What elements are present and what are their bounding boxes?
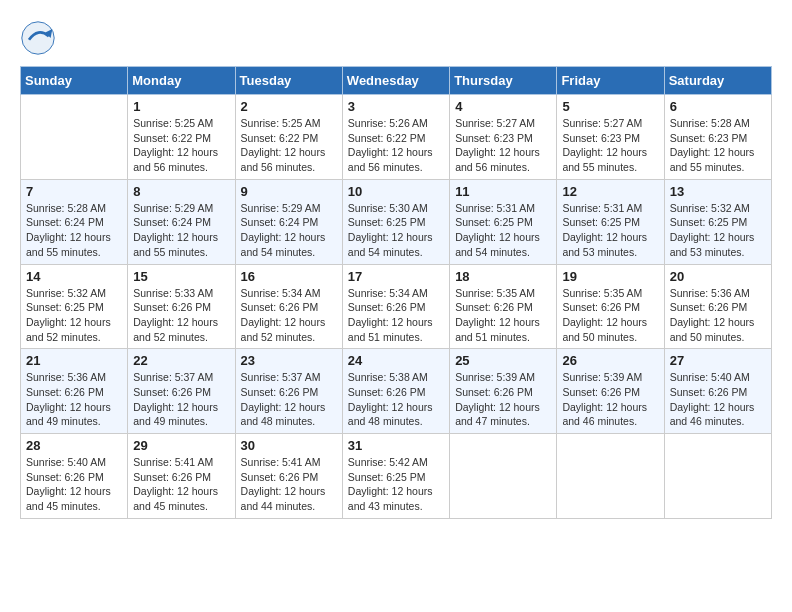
calendar-day-cell: 21Sunrise: 5:36 AM Sunset: 6:26 PM Dayli… — [21, 349, 128, 434]
page-header — [20, 20, 772, 56]
day-info: Sunrise: 5:33 AM Sunset: 6:26 PM Dayligh… — [133, 286, 229, 345]
day-info: Sunrise: 5:29 AM Sunset: 6:24 PM Dayligh… — [241, 201, 337, 260]
calendar-header-row: SundayMondayTuesdayWednesdayThursdayFrid… — [21, 67, 772, 95]
day-number: 12 — [562, 184, 658, 199]
day-info: Sunrise: 5:34 AM Sunset: 6:26 PM Dayligh… — [241, 286, 337, 345]
day-number: 4 — [455, 99, 551, 114]
day-number: 2 — [241, 99, 337, 114]
day-number: 29 — [133, 438, 229, 453]
day-number: 9 — [241, 184, 337, 199]
day-info: Sunrise: 5:36 AM Sunset: 6:26 PM Dayligh… — [670, 286, 766, 345]
day-number: 26 — [562, 353, 658, 368]
day-info: Sunrise: 5:28 AM Sunset: 6:23 PM Dayligh… — [670, 116, 766, 175]
calendar-day-cell: 3Sunrise: 5:26 AM Sunset: 6:22 PM Daylig… — [342, 95, 449, 180]
day-info: Sunrise: 5:36 AM Sunset: 6:26 PM Dayligh… — [26, 370, 122, 429]
day-number: 30 — [241, 438, 337, 453]
calendar-day-cell — [664, 434, 771, 519]
header-sunday: Sunday — [21, 67, 128, 95]
day-info: Sunrise: 5:25 AM Sunset: 6:22 PM Dayligh… — [241, 116, 337, 175]
calendar-day-cell: 2Sunrise: 5:25 AM Sunset: 6:22 PM Daylig… — [235, 95, 342, 180]
calendar-table: SundayMondayTuesdayWednesdayThursdayFrid… — [20, 66, 772, 519]
calendar-day-cell: 14Sunrise: 5:32 AM Sunset: 6:25 PM Dayli… — [21, 264, 128, 349]
day-info: Sunrise: 5:31 AM Sunset: 6:25 PM Dayligh… — [562, 201, 658, 260]
day-number: 21 — [26, 353, 122, 368]
logo-icon — [20, 20, 56, 56]
calendar-week-1: 1Sunrise: 5:25 AM Sunset: 6:22 PM Daylig… — [21, 95, 772, 180]
header-tuesday: Tuesday — [235, 67, 342, 95]
calendar-day-cell: 6Sunrise: 5:28 AM Sunset: 6:23 PM Daylig… — [664, 95, 771, 180]
calendar-day-cell: 5Sunrise: 5:27 AM Sunset: 6:23 PM Daylig… — [557, 95, 664, 180]
day-info: Sunrise: 5:40 AM Sunset: 6:26 PM Dayligh… — [670, 370, 766, 429]
day-info: Sunrise: 5:27 AM Sunset: 6:23 PM Dayligh… — [562, 116, 658, 175]
day-number: 16 — [241, 269, 337, 284]
calendar-day-cell: 29Sunrise: 5:41 AM Sunset: 6:26 PM Dayli… — [128, 434, 235, 519]
day-info: Sunrise: 5:41 AM Sunset: 6:26 PM Dayligh… — [133, 455, 229, 514]
calendar-day-cell: 13Sunrise: 5:32 AM Sunset: 6:25 PM Dayli… — [664, 179, 771, 264]
day-info: Sunrise: 5:39 AM Sunset: 6:26 PM Dayligh… — [562, 370, 658, 429]
day-number: 20 — [670, 269, 766, 284]
header-friday: Friday — [557, 67, 664, 95]
calendar-day-cell: 28Sunrise: 5:40 AM Sunset: 6:26 PM Dayli… — [21, 434, 128, 519]
day-number: 18 — [455, 269, 551, 284]
calendar-day-cell: 17Sunrise: 5:34 AM Sunset: 6:26 PM Dayli… — [342, 264, 449, 349]
calendar-day-cell: 11Sunrise: 5:31 AM Sunset: 6:25 PM Dayli… — [450, 179, 557, 264]
day-number: 19 — [562, 269, 658, 284]
day-info: Sunrise: 5:32 AM Sunset: 6:25 PM Dayligh… — [670, 201, 766, 260]
calendar-week-5: 28Sunrise: 5:40 AM Sunset: 6:26 PM Dayli… — [21, 434, 772, 519]
day-number: 7 — [26, 184, 122, 199]
day-number: 15 — [133, 269, 229, 284]
calendar-week-3: 14Sunrise: 5:32 AM Sunset: 6:25 PM Dayli… — [21, 264, 772, 349]
calendar-day-cell — [21, 95, 128, 180]
day-info: Sunrise: 5:32 AM Sunset: 6:25 PM Dayligh… — [26, 286, 122, 345]
calendar-day-cell: 27Sunrise: 5:40 AM Sunset: 6:26 PM Dayli… — [664, 349, 771, 434]
calendar-day-cell: 10Sunrise: 5:30 AM Sunset: 6:25 PM Dayli… — [342, 179, 449, 264]
day-info: Sunrise: 5:30 AM Sunset: 6:25 PM Dayligh… — [348, 201, 444, 260]
day-info: Sunrise: 5:41 AM Sunset: 6:26 PM Dayligh… — [241, 455, 337, 514]
day-info: Sunrise: 5:40 AM Sunset: 6:26 PM Dayligh… — [26, 455, 122, 514]
calendar-day-cell: 15Sunrise: 5:33 AM Sunset: 6:26 PM Dayli… — [128, 264, 235, 349]
day-number: 1 — [133, 99, 229, 114]
calendar-day-cell: 23Sunrise: 5:37 AM Sunset: 6:26 PM Dayli… — [235, 349, 342, 434]
day-number: 25 — [455, 353, 551, 368]
day-number: 13 — [670, 184, 766, 199]
day-info: Sunrise: 5:29 AM Sunset: 6:24 PM Dayligh… — [133, 201, 229, 260]
day-info: Sunrise: 5:37 AM Sunset: 6:26 PM Dayligh… — [133, 370, 229, 429]
day-info: Sunrise: 5:26 AM Sunset: 6:22 PM Dayligh… — [348, 116, 444, 175]
day-info: Sunrise: 5:38 AM Sunset: 6:26 PM Dayligh… — [348, 370, 444, 429]
day-number: 11 — [455, 184, 551, 199]
header-monday: Monday — [128, 67, 235, 95]
calendar-day-cell: 22Sunrise: 5:37 AM Sunset: 6:26 PM Dayli… — [128, 349, 235, 434]
header-wednesday: Wednesday — [342, 67, 449, 95]
calendar-week-2: 7Sunrise: 5:28 AM Sunset: 6:24 PM Daylig… — [21, 179, 772, 264]
calendar-day-cell: 12Sunrise: 5:31 AM Sunset: 6:25 PM Dayli… — [557, 179, 664, 264]
day-info: Sunrise: 5:25 AM Sunset: 6:22 PM Dayligh… — [133, 116, 229, 175]
header-thursday: Thursday — [450, 67, 557, 95]
day-info: Sunrise: 5:42 AM Sunset: 6:25 PM Dayligh… — [348, 455, 444, 514]
day-number: 5 — [562, 99, 658, 114]
day-info: Sunrise: 5:35 AM Sunset: 6:26 PM Dayligh… — [455, 286, 551, 345]
calendar-day-cell: 7Sunrise: 5:28 AM Sunset: 6:24 PM Daylig… — [21, 179, 128, 264]
calendar-day-cell: 4Sunrise: 5:27 AM Sunset: 6:23 PM Daylig… — [450, 95, 557, 180]
day-info: Sunrise: 5:39 AM Sunset: 6:26 PM Dayligh… — [455, 370, 551, 429]
logo — [20, 20, 60, 56]
day-number: 10 — [348, 184, 444, 199]
day-info: Sunrise: 5:35 AM Sunset: 6:26 PM Dayligh… — [562, 286, 658, 345]
calendar-day-cell: 9Sunrise: 5:29 AM Sunset: 6:24 PM Daylig… — [235, 179, 342, 264]
calendar-day-cell — [557, 434, 664, 519]
day-number: 31 — [348, 438, 444, 453]
day-number: 23 — [241, 353, 337, 368]
day-number: 3 — [348, 99, 444, 114]
day-number: 27 — [670, 353, 766, 368]
day-number: 6 — [670, 99, 766, 114]
calendar-day-cell: 18Sunrise: 5:35 AM Sunset: 6:26 PM Dayli… — [450, 264, 557, 349]
calendar-day-cell: 1Sunrise: 5:25 AM Sunset: 6:22 PM Daylig… — [128, 95, 235, 180]
calendar-day-cell: 8Sunrise: 5:29 AM Sunset: 6:24 PM Daylig… — [128, 179, 235, 264]
svg-point-0 — [22, 22, 54, 54]
calendar-day-cell: 19Sunrise: 5:35 AM Sunset: 6:26 PM Dayli… — [557, 264, 664, 349]
day-number: 17 — [348, 269, 444, 284]
day-info: Sunrise: 5:28 AM Sunset: 6:24 PM Dayligh… — [26, 201, 122, 260]
calendar-day-cell: 30Sunrise: 5:41 AM Sunset: 6:26 PM Dayli… — [235, 434, 342, 519]
day-info: Sunrise: 5:27 AM Sunset: 6:23 PM Dayligh… — [455, 116, 551, 175]
day-number: 14 — [26, 269, 122, 284]
day-info: Sunrise: 5:37 AM Sunset: 6:26 PM Dayligh… — [241, 370, 337, 429]
